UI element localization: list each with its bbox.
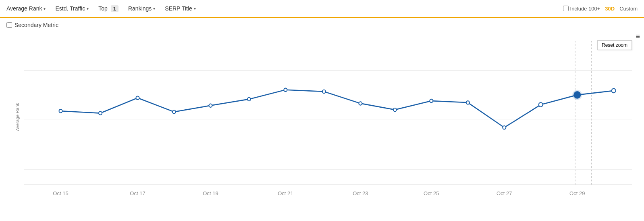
data-point — [430, 99, 433, 102]
top-filter[interactable]: Top 1 — [98, 5, 118, 12]
data-point — [209, 104, 212, 107]
toolbar-right: Include 100+ 30D Custom — [563, 6, 638, 12]
data-point — [393, 108, 397, 111]
average-rank-dropdown[interactable]: Average Rank ▾ — [6, 5, 46, 12]
toolbar: Average Rank ▾ Estd. Traffic ▾ Top 1 Ran… — [0, 0, 644, 18]
data-point — [172, 110, 176, 113]
average-rank-label: Average Rank — [6, 5, 42, 12]
data-point — [59, 109, 62, 113]
secondary-metric-checkbox[interactable] — [6, 22, 12, 28]
data-point — [466, 101, 469, 104]
period-custom-button[interactable]: Custom — [619, 6, 638, 12]
serp-title-label: SERP Title — [165, 5, 192, 12]
reset-zoom-button[interactable]: Reset zoom — [597, 40, 632, 50]
x-label: Oct 19 — [203, 190, 218, 196]
data-point — [136, 96, 139, 100]
estd-traffic-arrow: ▾ — [87, 6, 89, 11]
estd-traffic-label: Estd. Traffic — [55, 5, 85, 12]
toolbar-left: Average Rank ▾ Estd. Traffic ▾ Top 1 Ran… — [6, 5, 196, 12]
x-label: Oct 17 — [130, 190, 145, 196]
period-30d-button[interactable]: 30D — [605, 6, 615, 12]
serp-title-dropdown[interactable]: SERP Title ▾ — [165, 5, 195, 12]
x-label: Oct 27 — [497, 190, 512, 196]
data-point — [322, 90, 326, 93]
include-100-label: Include 100+ — [570, 6, 600, 12]
chart-line — [60, 90, 613, 127]
data-point — [284, 88, 287, 92]
x-label: Oct 25 — [424, 190, 439, 196]
rankings-arrow: ▾ — [153, 6, 155, 11]
x-label: Oct 23 — [353, 190, 368, 196]
data-point — [247, 98, 251, 101]
include-100-checkbox[interactable] — [563, 6, 569, 11]
chart-container: Average Rank ≡ Reset zoom 37 38 39 — [0, 32, 644, 202]
rankings-dropdown[interactable]: Rankings ▾ — [128, 5, 155, 12]
y-axis-label: Average Rank — [15, 103, 20, 131]
rankings-label: Rankings — [128, 5, 152, 12]
secondary-metric-bar: Secondary Metric — [0, 18, 644, 32]
top-label: Top — [98, 5, 108, 12]
x-label: Oct 21 — [278, 190, 293, 196]
include-100-filter[interactable]: Include 100+ — [563, 6, 600, 12]
x-label: Oct 29 — [569, 190, 585, 196]
line-chart: 37 38 39 Oct 15 Oct 17 Oct 19 Oct 21 Oct… — [24, 32, 636, 202]
data-point — [612, 89, 616, 93]
x-label: Oct 15 — [53, 190, 68, 196]
data-point-halo — [572, 90, 582, 100]
serp-title-arrow: ▾ — [194, 6, 196, 11]
secondary-metric-label: Secondary Metric — [15, 22, 58, 28]
data-point — [359, 102, 362, 105]
data-point-open — [539, 102, 543, 106]
top-value: 1 — [111, 5, 118, 12]
average-rank-arrow: ▾ — [44, 6, 46, 11]
data-point — [503, 126, 506, 129]
data-point — [99, 111, 102, 115]
chart-menu-icon[interactable]: ≡ — [636, 32, 640, 41]
estd-traffic-dropdown[interactable]: Estd. Traffic ▾ — [55, 5, 89, 12]
